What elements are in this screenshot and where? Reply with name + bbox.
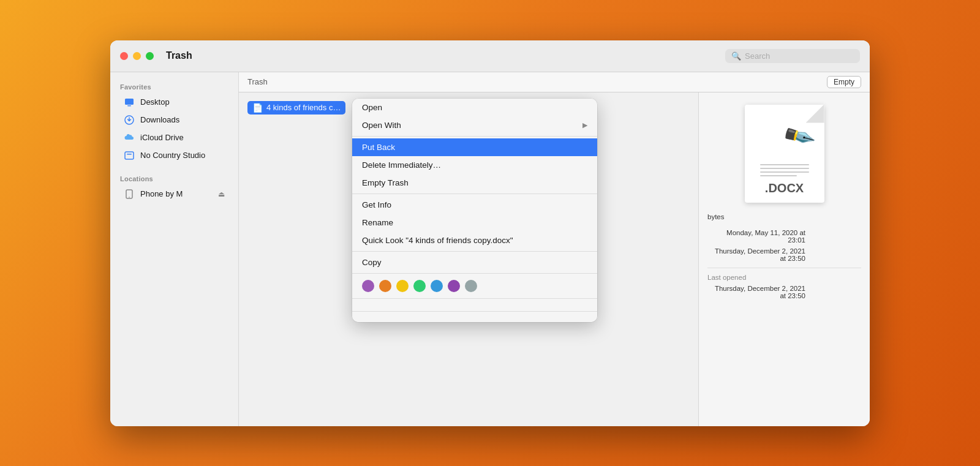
main-content: Trash Empty 📄 4 kinds of friends c… Open <box>239 72 870 426</box>
cm-copy[interactable]: Copy <box>352 254 597 271</box>
cm-open-with[interactable]: Open With ▶ <box>352 116 597 134</box>
sidebar-item-phone-label: Phone by M <box>140 189 183 198</box>
preview-last-opened-row: Last opened <box>707 272 861 283</box>
eject-icon[interactable]: ⏏ <box>218 190 225 198</box>
cm-tags[interactable] <box>352 301 597 309</box>
preview-created-row: Monday, May 11, 2020 at 23:01 <box>707 227 861 246</box>
color-dot-orange[interactable] <box>379 280 391 292</box>
desktop-icon <box>124 97 135 108</box>
sidebar-item-studio-label: No Country Studio <box>140 151 205 160</box>
cm-empty-trash[interactable]: Empty Trash <box>352 174 597 192</box>
pen-icon: ✒️ <box>780 118 816 154</box>
color-dot-green[interactable] <box>413 280 426 292</box>
preview-info: bytes Monday, May 11, 2020 at 23:01 Thur… <box>707 211 861 301</box>
svg-rect-4 <box>127 154 132 155</box>
toolbar-bar: Trash Empty <box>239 72 870 92</box>
svg-point-6 <box>129 197 130 198</box>
downloads-icon <box>124 115 135 126</box>
context-menu: Open Open With ▶ Put Back Delete Immedia… <box>352 99 597 322</box>
cm-put-back[interactable]: Put Back <box>352 138 597 156</box>
preview-divider: Last opened Thursday, December 2, 2021 a… <box>707 268 861 301</box>
cm-divider-2 <box>352 194 597 194</box>
cm-divider-4 <box>352 273 597 274</box>
phone-icon <box>124 189 135 200</box>
studio-icon <box>124 150 135 161</box>
cm-divider-1 <box>352 136 597 137</box>
cm-delete-immediately[interactable]: Delete Immediately… <box>352 156 597 174</box>
color-dot-blue[interactable] <box>431 280 443 292</box>
sidebar-item-icloud-label: iCloud Drive <box>140 133 184 142</box>
sidebar-item-icloud[interactable]: iCloud Drive <box>114 129 235 146</box>
preview-last-opened-value: Thursday, December 2, 2021 at 23:50 <box>707 285 805 299</box>
close-button[interactable] <box>120 52 128 60</box>
cm-open[interactable]: Open <box>352 99 597 116</box>
preview-last-opened-label: Last opened <box>707 274 746 281</box>
toolbar-label: Trash <box>247 77 268 86</box>
docx-lines <box>760 164 809 176</box>
cm-colors <box>352 276 597 296</box>
preview-last-opened-value-row: Thursday, December 2, 2021 at 23:50 <box>707 283 861 301</box>
titlebar: Trash 🔍 Search <box>110 40 870 72</box>
search-icon: 🔍 <box>731 51 741 61</box>
cm-rename[interactable]: Rename <box>352 214 597 231</box>
docx-corner <box>806 105 824 123</box>
sidebar-item-desktop-label: Desktop <box>140 97 170 107</box>
traffic-lights <box>120 52 154 60</box>
favorites-label: Favorites <box>110 80 238 93</box>
cm-divider-3 <box>352 251 597 252</box>
file-item-name: 4 kinds of friends c… <box>266 103 341 112</box>
color-dot-gray[interactable] <box>465 280 477 292</box>
window-body: Favorites Desktop Downloads iCloud Drive <box>110 72 870 426</box>
sidebar-item-downloads[interactable]: Downloads <box>114 111 235 129</box>
cm-get-info[interactable]: Get Info <box>352 196 597 214</box>
preview-size-row: bytes <box>707 211 861 222</box>
sidebar-item-phone[interactable]: Phone by M ⏏ <box>114 186 235 203</box>
preview-size-value: bytes <box>707 213 725 220</box>
preview-panel: ✒️ .DOCX bytes <box>698 92 870 426</box>
empty-button[interactable]: Empty <box>827 76 861 88</box>
maximize-button[interactable] <box>146 52 154 60</box>
cm-show-preview[interactable] <box>352 314 597 322</box>
preview-modified-row: Thursday, December 2, 2021 at 23:50 <box>707 246 861 264</box>
color-dot-violet[interactable] <box>448 280 460 292</box>
cm-quick-look[interactable]: Quick Look "4 kinds of friends copy.docx… <box>352 231 597 249</box>
locations-label: Locations <box>110 171 238 185</box>
sidebar: Favorites Desktop Downloads iCloud Drive <box>110 72 239 426</box>
docx-preview: ✒️ .DOCX <box>745 105 824 203</box>
color-dot-yellow[interactable] <box>396 280 409 292</box>
file-item-selected[interactable]: 📄 4 kinds of friends c… <box>247 101 345 115</box>
color-dot-purple[interactable] <box>362 280 374 292</box>
svg-rect-0 <box>125 99 134 105</box>
finder-window: Trash 🔍 Search Favorites Desktop Downloa… <box>110 40 870 426</box>
cm-divider-6 <box>352 311 597 312</box>
preview-created-value: Monday, May 11, 2020 at 23:01 <box>707 229 805 244</box>
sidebar-item-downloads-label: Downloads <box>140 115 179 124</box>
file-list-area: 📄 4 kinds of friends c… Open Open With ▶ <box>239 92 698 426</box>
chevron-right-icon: ▶ <box>582 121 587 129</box>
search-placeholder: Search <box>745 51 770 61</box>
file-icon: 📄 <box>252 103 263 113</box>
cm-divider-5 <box>352 298 597 299</box>
preview-modified-value: Thursday, December 2, 2021 at 23:50 <box>707 247 805 262</box>
svg-rect-1 <box>127 105 131 107</box>
minimize-button[interactable] <box>133 52 141 60</box>
content-area: 📄 4 kinds of friends c… Open Open With ▶ <box>239 92 870 426</box>
sidebar-item-studio[interactable]: No Country Studio <box>114 147 235 164</box>
sidebar-item-desktop[interactable]: Desktop <box>114 94 235 111</box>
window-title: Trash <box>159 50 720 61</box>
docx-ext-label: .DOCX <box>765 181 804 195</box>
icloud-icon <box>124 132 135 143</box>
search-bar[interactable]: 🔍 Search <box>725 49 860 63</box>
svg-rect-3 <box>125 152 134 159</box>
